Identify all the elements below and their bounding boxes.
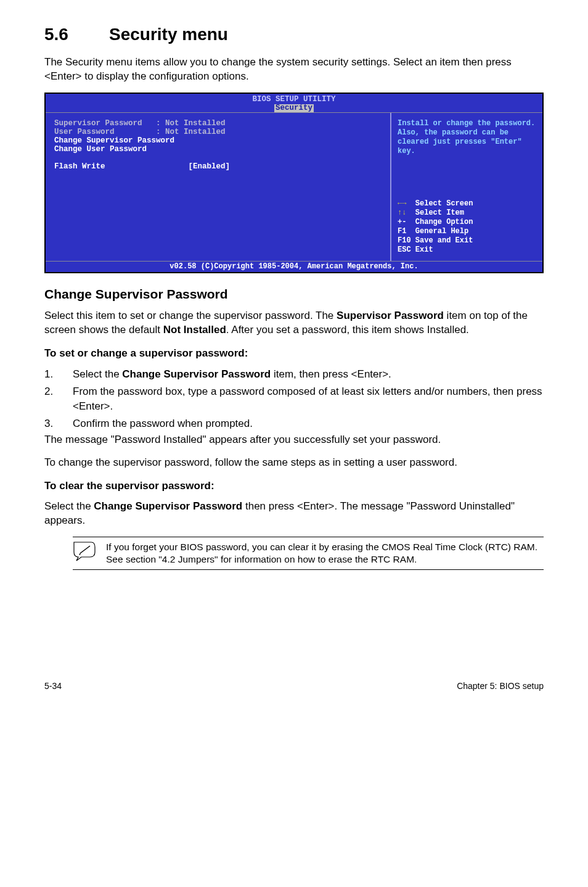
intro-paragraph: The Security menu items allow you to cha… xyxy=(44,56,544,84)
paragraph-3: Select the Change Supervisor Password th… xyxy=(44,500,544,528)
page-footer: 5-34 Chapter 5: BIOS setup xyxy=(0,588,588,703)
chapter-label: Chapter 5: BIOS setup xyxy=(457,681,544,691)
section-title-text: Security menu xyxy=(109,25,228,44)
bios-title-bar: BIOS SETUP UTILITY Security xyxy=(46,94,542,113)
note-icon xyxy=(73,541,97,562)
arrows-ud-icon: ↑↓ xyxy=(398,208,406,217)
list-item: 2. From the password box, type a passwor… xyxy=(44,384,544,414)
note-callout: If you forget your BIOS password, you ca… xyxy=(73,537,544,570)
bios-flash-value: [Enabled] xyxy=(189,162,231,171)
bios-flash-label: Flash Write xyxy=(54,162,105,171)
paragraph-after-list: The message "Password Installed" appears… xyxy=(44,433,544,447)
bios-footer: v02.58 (C)Copyright 1985-2004, American … xyxy=(46,261,542,272)
bios-user-value: : Not Installed xyxy=(156,128,226,136)
subheading-clear: To clear the supervisor password: xyxy=(44,480,544,492)
bios-nav-keys: ←→ Select Screen ↑↓ Select Item +- Chang… xyxy=(398,199,536,255)
page-number: 5-34 xyxy=(44,681,62,691)
bios-screenshot: BIOS SETUP UTILITY Security Supervisor P… xyxy=(44,93,544,274)
section-number: 5.6 xyxy=(44,25,109,44)
bios-sup-label: Supervisor Password xyxy=(54,119,142,128)
paragraph-1: Select this item to set or change the su… xyxy=(44,309,544,337)
bios-change-sup: Change Supervisor Password xyxy=(54,136,174,145)
bios-change-user: Change User Password xyxy=(54,145,147,154)
steps-list: 1. Select the Change Supervisor Password… xyxy=(44,367,544,431)
list-item: 1. Select the Change Supervisor Password… xyxy=(44,367,544,382)
bios-sup-value: : Not Installed xyxy=(156,119,226,128)
arrows-lr-icon: ←→ xyxy=(398,199,406,208)
paragraph-2: To change the supervisor password, follo… xyxy=(44,456,544,470)
list-item: 3. Confirm the password when prompted. xyxy=(44,416,544,431)
bios-main-panel: Supervisor Password : Not Installed User… xyxy=(46,113,391,261)
note-text: If you forget your BIOS password, you ca… xyxy=(106,541,544,566)
subheading-change-supervisor: Change Supervisor Password xyxy=(44,287,544,302)
bios-title-text: BIOS SETUP UTILITY xyxy=(252,95,335,104)
bios-help-panel: Install or change the password. Also, th… xyxy=(391,113,542,261)
bios-user-label: User Password xyxy=(54,128,115,136)
subheading-set-change: To set or change a supervisor password: xyxy=(44,347,544,360)
bios-tab-security: Security xyxy=(274,104,314,113)
bios-help-text: Install or change the password. Also, th… xyxy=(398,119,536,156)
section-heading: 5.6Security menu xyxy=(44,25,544,44)
